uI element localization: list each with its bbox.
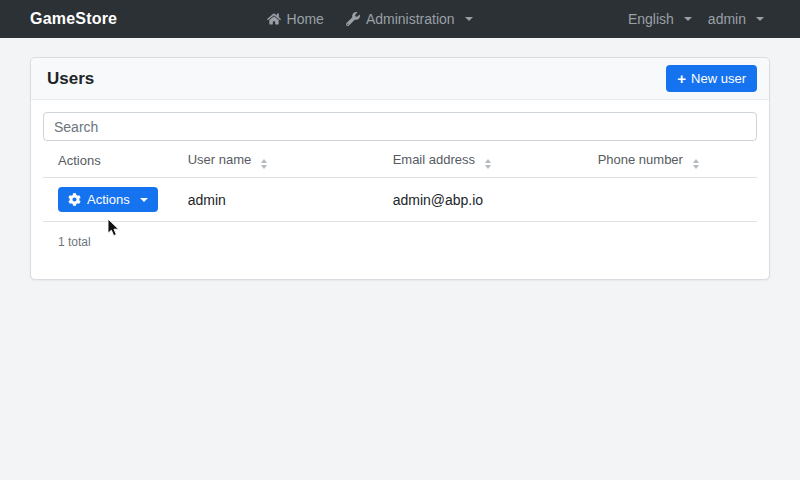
nav-home-label: Home bbox=[287, 11, 324, 27]
sort-icon[interactable] bbox=[693, 159, 699, 169]
cell-actions: Actions bbox=[43, 178, 173, 222]
table-row: Actions admin admin@abp.io bbox=[43, 178, 757, 222]
column-header-user-name[interactable]: User name bbox=[173, 143, 378, 178]
new-user-button[interactable]: + New user bbox=[666, 65, 757, 92]
chevron-down-icon bbox=[140, 198, 148, 202]
main-content: Users + New user Actions User name bbox=[30, 57, 770, 280]
column-header-actions: Actions bbox=[43, 143, 173, 178]
new-user-button-label: New user bbox=[691, 71, 746, 86]
row-actions-button[interactable]: Actions bbox=[58, 187, 158, 212]
column-header-phone[interactable]: Phone number bbox=[583, 143, 757, 178]
brand-logo[interactable]: GameStore bbox=[30, 10, 117, 28]
card-body: Actions User name Email address Phone nu… bbox=[31, 100, 769, 279]
main-menu: Home Administration bbox=[117, 11, 622, 27]
row-actions-button-label: Actions bbox=[87, 192, 130, 207]
page-title: Users bbox=[47, 69, 94, 89]
top-navbar: GameStore Home Administration English ad… bbox=[0, 0, 800, 38]
sort-icon[interactable] bbox=[261, 159, 267, 169]
user-menu-label: admin bbox=[708, 11, 746, 27]
sort-icon[interactable] bbox=[485, 159, 491, 169]
nav-administration-label: Administration bbox=[366, 11, 455, 27]
user-menu-dropdown[interactable]: admin bbox=[702, 11, 770, 27]
search-input[interactable] bbox=[43, 112, 757, 141]
plus-icon: + bbox=[677, 72, 686, 85]
cell-phone bbox=[583, 178, 757, 222]
users-card: Users + New user Actions User name bbox=[30, 57, 770, 280]
home-icon bbox=[267, 12, 281, 26]
table-header-row: Actions User name Email address Phone nu… bbox=[43, 143, 757, 178]
cell-email: admin@abp.io bbox=[378, 178, 583, 222]
column-header-email[interactable]: Email address bbox=[378, 143, 583, 178]
nav-item-administration[interactable]: Administration bbox=[340, 11, 479, 27]
cell-user-name: admin bbox=[173, 178, 378, 222]
gear-icon bbox=[68, 193, 81, 206]
users-table: Actions User name Email address Phone nu… bbox=[43, 143, 757, 222]
total-count: 1 total bbox=[43, 222, 757, 267]
chevron-down-icon bbox=[756, 17, 764, 21]
language-dropdown[interactable]: English bbox=[622, 11, 698, 27]
wrench-icon bbox=[346, 12, 360, 26]
card-header: Users + New user bbox=[31, 58, 769, 100]
chevron-down-icon bbox=[465, 17, 473, 21]
language-label: English bbox=[628, 11, 674, 27]
chevron-down-icon bbox=[684, 17, 692, 21]
navbar-right: English admin bbox=[622, 11, 770, 27]
nav-item-home[interactable]: Home bbox=[261, 11, 330, 27]
